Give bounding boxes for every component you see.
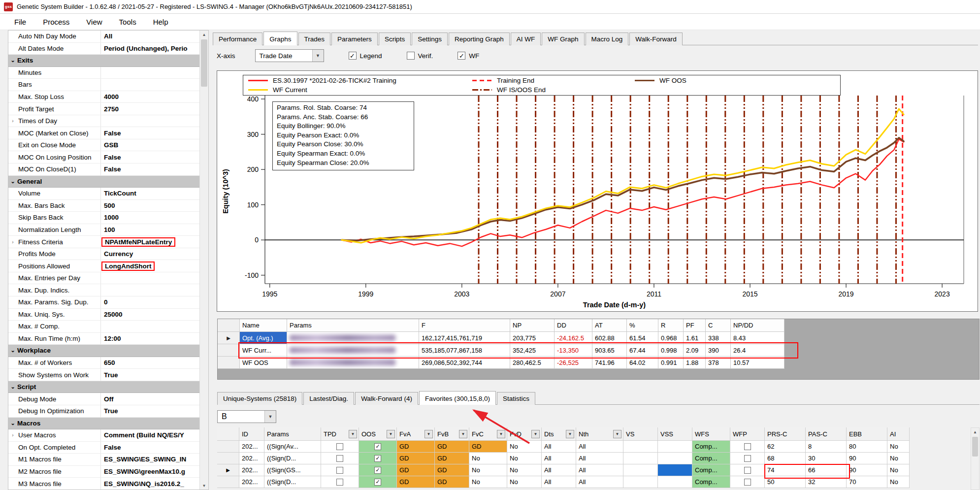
favorites-cell[interactable]: Comp...: [692, 464, 730, 476]
tab-settings[interactable]: Settings: [412, 33, 448, 45]
favorites-cell[interactable]: 202...: [239, 441, 264, 453]
checkbox-legend[interactable]: ✓Legend: [349, 52, 382, 60]
favorites-column-params[interactable]: Params: [264, 427, 321, 441]
favorites-cell[interactable]: 202...: [239, 476, 264, 488]
filter-dropdown-icon[interactable]: ▼: [531, 430, 540, 438]
expander-icon[interactable]: ›: [8, 239, 17, 245]
property-value[interactable]: 500: [101, 200, 200, 212]
favorites-cell[interactable]: No: [469, 464, 507, 476]
property-value[interactable]: TickCount: [101, 188, 200, 199]
property-value[interactable]: 650: [101, 357, 200, 369]
favorites-column-nth[interactable]: Nth▼: [576, 427, 623, 441]
property-value[interactable]: 1000: [101, 212, 200, 224]
checkbox-box-icon[interactable]: [744, 467, 751, 474]
favorites-column-fva[interactable]: FvA▼: [397, 427, 435, 441]
row-selector[interactable]: [218, 344, 240, 357]
tab-performance[interactable]: Performance: [213, 33, 262, 45]
favorites-cell[interactable]: GD: [397, 441, 435, 453]
favorites-cell[interactable]: [658, 441, 692, 453]
favorites-cell[interactable]: No: [507, 464, 542, 476]
property-value[interactable]: ES_SWING\ES_SWING_IN: [101, 454, 200, 465]
favorites-cell[interactable]: All: [542, 464, 576, 476]
property-value[interactable]: [101, 321, 200, 332]
property-value[interactable]: LongAndShort: [101, 260, 200, 272]
results-column-params[interactable]: Params: [287, 319, 419, 332]
favorites-cell[interactable]: All: [542, 441, 576, 453]
favorites-cell[interactable]: All: [576, 441, 623, 453]
favorites-cell[interactable]: No: [887, 476, 910, 488]
favorites-column-tpd[interactable]: TPD▼: [321, 427, 359, 441]
favorites-cell[interactable]: [321, 464, 359, 476]
filter-dropdown-icon[interactable]: ▼: [425, 430, 433, 438]
results-column-at[interactable]: AT: [592, 319, 627, 332]
favorites-column-vss[interactable]: VSS: [658, 427, 692, 441]
favorites-cell[interactable]: No: [887, 453, 910, 464]
favorites-cell[interactable]: [623, 464, 658, 476]
menu-item-process[interactable]: Process: [34, 14, 78, 30]
property-value[interactable]: True: [101, 405, 200, 417]
favorites-cell[interactable]: ((Sign(GS...: [264, 464, 321, 476]
results-column-c[interactable]: C: [706, 319, 731, 332]
favorites-cell[interactable]: No: [887, 441, 910, 453]
favorites-cell[interactable]: No: [469, 476, 507, 488]
property-value[interactable]: 4000: [101, 91, 200, 103]
favorites-cell[interactable]: GD: [469, 441, 507, 453]
favorites-column-fvc[interactable]: FvC▼: [469, 427, 507, 441]
favorites-cell[interactable]: 70: [847, 476, 887, 488]
tab-macro-log[interactable]: Macro Log: [586, 33, 629, 45]
checkbox-box-icon[interactable]: [336, 467, 343, 474]
tab-walk-forward[interactable]: Walk-Forward: [629, 33, 683, 45]
property-section-script[interactable]: ⌄Script: [8, 381, 200, 393]
favorites-filter-dropdown[interactable]: B ▼: [217, 410, 276, 423]
property-value[interactable]: 12:00: [101, 333, 200, 345]
favorites-row[interactable]: 202...((Sign(D...✓GDGDNoNoAllAllComp...5…: [217, 476, 910, 488]
filter-dropdown-icon[interactable]: ▼: [387, 430, 395, 438]
property-section-macros[interactable]: ⌄Macros: [8, 418, 200, 430]
favorites-cell[interactable]: Comp...: [692, 441, 730, 453]
property-value[interactable]: 25000: [101, 309, 200, 321]
tab-scripts[interactable]: Scripts: [379, 33, 411, 45]
favorites-cell[interactable]: GD: [435, 441, 469, 453]
results-column-np[interactable]: NP: [510, 319, 555, 332]
results-column-r[interactable]: R: [658, 319, 684, 332]
results-row[interactable]: WF Curr...535,185,077,867,158352,425-13,…: [218, 344, 784, 357]
results-column-np-dd[interactable]: NP/DD: [731, 319, 784, 332]
favorites-cell[interactable]: [321, 441, 359, 453]
favorites-column-pas-c[interactable]: PAS-C: [806, 427, 847, 441]
property-section-exits[interactable]: ⌄Exits: [8, 55, 200, 67]
favorites-cell[interactable]: [623, 453, 658, 464]
checkbox-box-icon[interactable]: [336, 455, 343, 462]
row-selector[interactable]: [217, 476, 239, 488]
favorites-column-wfs[interactable]: WFS: [692, 427, 730, 441]
tab-graphs[interactable]: Graphs: [263, 32, 297, 45]
favorites-column-ebb[interactable]: EBB: [847, 427, 887, 441]
menu-item-file[interactable]: File: [6, 14, 34, 30]
filter-dropdown-icon[interactable]: ▼: [459, 430, 467, 438]
expander-icon[interactable]: ›: [8, 432, 17, 438]
favorites-cell[interactable]: 50: [765, 476, 806, 488]
favorites-cell[interactable]: [623, 476, 658, 488]
property-value[interactable]: False: [101, 151, 200, 163]
favorites-column-oos[interactable]: OOS▼: [359, 427, 397, 441]
property-value[interactable]: 0: [101, 296, 200, 308]
filter-dropdown-icon[interactable]: ▼: [613, 430, 621, 438]
property-value[interactable]: Period (Unchanged), Perio: [101, 43, 200, 55]
checkbox-box-icon[interactable]: ✓: [374, 455, 381, 462]
tab-wf-graph[interactable]: WF Graph: [542, 33, 584, 45]
favorites-cell[interactable]: All: [576, 476, 623, 488]
xaxis-dropdown[interactable]: Trade Date ▼: [255, 49, 324, 62]
favorites-cell[interactable]: GD: [435, 453, 469, 464]
favorites-cell[interactable]: 30: [806, 453, 847, 464]
favorites-cell[interactable]: No: [507, 476, 542, 488]
property-value[interactable]: [101, 67, 200, 79]
favorites-column-wfp[interactable]: WFP: [730, 427, 765, 441]
favorites-cell[interactable]: ✓: [359, 476, 397, 488]
favorites-cell[interactable]: 90: [847, 464, 887, 476]
checkbox-box-icon[interactable]: [744, 455, 751, 462]
results-column-[interactable]: %: [627, 319, 658, 332]
favorites-cell[interactable]: [658, 464, 692, 476]
property-section-general[interactable]: ⌄General: [8, 176, 200, 188]
checkbox-box-icon[interactable]: [407, 52, 415, 60]
favorites-column-id[interactable]: ID: [239, 427, 264, 441]
property-value[interactable]: Comment (Build NQ/ES/Y: [101, 429, 200, 441]
